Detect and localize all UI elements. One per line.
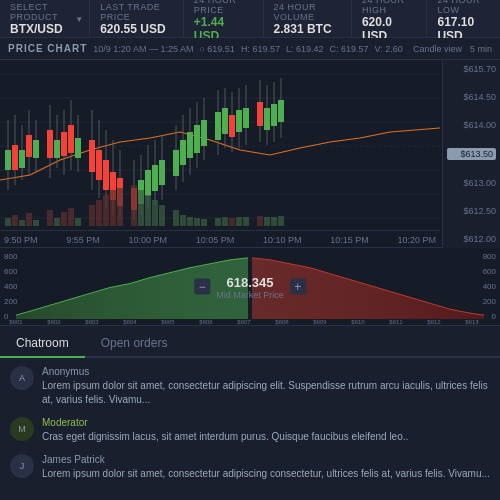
candle-view-option[interactable]: Candle view	[413, 44, 462, 54]
svg-rect-106	[264, 217, 270, 226]
svg-rect-102	[229, 218, 235, 226]
h24-low-label: 24 HOUR LOW	[437, 0, 490, 15]
svg-rect-89	[117, 188, 123, 226]
svg-rect-90	[131, 185, 137, 226]
chat-username-moderator: Moderator	[42, 417, 408, 428]
svg-text:$606: $606	[199, 319, 213, 325]
svg-rect-76	[12, 215, 18, 226]
svg-rect-20	[54, 140, 60, 158]
price-chart-section: PRICE CHART 10/9 1:20 AM — 1:25 AM ○ 619…	[0, 38, 500, 248]
svg-rect-18	[47, 130, 53, 158]
price-level-5: $612.50	[447, 206, 496, 216]
top-bar: SELECT PRODUCT BTX/USD ▼ LAST TRADE PRIC…	[0, 0, 500, 38]
svg-rect-72	[271, 104, 277, 126]
depth-mid-price: − 618.345 Mid Market Price +	[194, 274, 306, 299]
svg-rect-80	[47, 210, 53, 226]
time-label-2: 9:55 PM	[66, 235, 100, 245]
h24-volume-value: 2.831 BTC	[274, 22, 341, 36]
svg-rect-8	[5, 150, 11, 170]
select-product[interactable]: SELECT PRODUCT BTX/USD ▼	[0, 0, 90, 37]
svg-rect-32	[103, 160, 109, 190]
time-axis: 9:50 PM 9:55 PM 10:00 PM 10:05 PM 10:10 …	[0, 230, 440, 248]
depth-chart-section: 800 600 400 200 0 800 600 400 200 0	[0, 248, 500, 326]
chat-username: James Patrick	[42, 454, 490, 465]
chat-message: J James Patrick Lorem ipsum dolor sit am…	[10, 454, 490, 481]
price-level-1: $615.70	[447, 64, 496, 74]
dropdown-caret-icon: ▼	[75, 14, 83, 23]
svg-rect-107	[271, 217, 277, 226]
chart-volume: V: 2.60	[375, 44, 403, 54]
price-level-3: $614.00	[447, 120, 496, 130]
tab-open-orders[interactable]: Open orders	[85, 330, 184, 358]
svg-rect-104	[243, 217, 249, 226]
depth-zoom-in-button[interactable]: +	[290, 279, 306, 295]
svg-rect-14	[26, 135, 32, 157]
time-label-1: 9:50 PM	[4, 235, 38, 245]
h24-high: 24 HOUR HIGH 620.0 USD	[352, 0, 428, 37]
svg-rect-74	[278, 100, 284, 122]
chat-message: M Moderator Cras eget dignissim lacus, s…	[10, 417, 490, 444]
svg-rect-42	[145, 170, 151, 196]
time-label-6: 10:15 PM	[330, 235, 369, 245]
depth-y-axis-right: 800 600 400 200 0	[481, 248, 498, 325]
mid-price-value: 618.345	[216, 274, 284, 289]
svg-text:$604: $604	[123, 319, 137, 325]
price-level-2: $614.50	[447, 92, 496, 102]
candlestick-chart	[0, 60, 440, 230]
svg-rect-82	[61, 212, 67, 226]
svg-rect-105	[257, 216, 263, 226]
svg-rect-16	[33, 140, 39, 158]
avatar: A	[10, 366, 34, 390]
svg-text:$608: $608	[275, 319, 289, 325]
chart-low: L: 619.42	[286, 44, 324, 54]
svg-text:$609: $609	[313, 319, 327, 325]
tabs-bar: Chatroom Open orders	[0, 326, 500, 358]
chat-message: A Anonymus Lorem ipsum dolor sit amet, c…	[10, 366, 490, 407]
tab-chatroom[interactable]: Chatroom	[0, 330, 85, 358]
svg-rect-81	[54, 218, 60, 226]
svg-rect-24	[68, 125, 74, 153]
svg-rect-79	[33, 220, 39, 226]
h24-price-label: 24 HOUR PRICE	[194, 0, 253, 15]
svg-rect-86	[96, 200, 102, 226]
avatar: M	[10, 417, 34, 441]
svg-text:$607: $607	[237, 319, 251, 325]
chat-area[interactable]: A Anonymus Lorem ipsum dolor sit amet, c…	[0, 358, 500, 500]
svg-text:$605: $605	[161, 319, 175, 325]
h24-volume: 24 HOUR VOLUME 2.831 BTC	[264, 0, 352, 37]
chart-close: C: 619.57	[329, 44, 368, 54]
svg-rect-101	[222, 217, 228, 226]
last-trade-value: 620.55 USD	[100, 22, 173, 36]
chat-username: Anonymus	[42, 366, 490, 377]
svg-rect-22	[61, 132, 67, 156]
mid-price-label: Mid Market Price	[216, 289, 284, 299]
svg-rect-77	[19, 220, 25, 226]
svg-rect-99	[201, 219, 207, 226]
svg-text:$610: $610	[351, 319, 365, 325]
chat-text: Lorem ipsum dolor sit amet, consectetur …	[42, 379, 490, 407]
svg-rect-52	[187, 132, 193, 158]
svg-rect-62	[229, 115, 235, 137]
chart-high: H: 619.57	[241, 44, 280, 54]
svg-rect-87	[103, 195, 109, 226]
svg-rect-50	[180, 140, 186, 165]
svg-rect-60	[222, 108, 228, 134]
svg-text:$612: $612	[427, 319, 441, 325]
svg-rect-97	[187, 217, 193, 226]
depth-zoom-out-button[interactable]: −	[194, 279, 210, 295]
chat-text: Lorem ipsum dolor sit amet, consectetur …	[42, 467, 490, 481]
svg-text:$613: $613	[465, 319, 479, 325]
svg-rect-91	[138, 190, 144, 226]
last-trade-price: LAST TRADE PRICE 620.55 USD	[90, 0, 184, 37]
svg-rect-98	[194, 218, 200, 226]
h24-high-label: 24 HOUR HIGH	[362, 0, 417, 15]
chat-content: James Patrick Lorem ipsum dolor sit amet…	[42, 454, 490, 481]
depth-y-axis-left: 800 600 400 200 0	[2, 248, 19, 325]
chart-header: PRICE CHART 10/9 1:20 AM — 1:25 AM ○ 619…	[0, 38, 500, 60]
svg-rect-54	[194, 125, 200, 153]
chart-canvas: $615.70 $614.50 $614.00 $613.50 $613.00 …	[0, 60, 500, 248]
price-level-6: $612.00	[447, 234, 496, 244]
price-axis: $615.70 $614.50 $614.00 $613.50 $613.00 …	[442, 60, 500, 248]
interval-option[interactable]: 5 min	[470, 44, 492, 54]
svg-rect-48	[173, 150, 179, 176]
